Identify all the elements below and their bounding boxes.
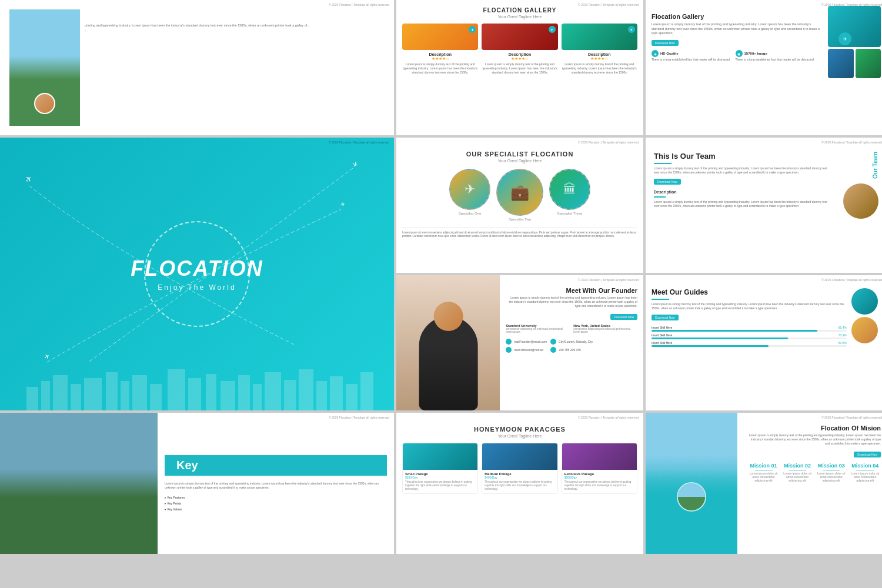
gallery-photo-1 [828,6,881,47]
svg-text:✈: ✈ [43,352,51,361]
contact-location-row: City/Country, Nobody, City [550,339,593,345]
mission-copyright: © 2020 Flocation | Template all rights r… [821,416,882,419]
specialist-1: ✈ Specialist One [449,169,490,221]
contact-right: City/Country, Nobody, City +90 755 209 3… [550,336,593,353]
svg-text:✈: ✈ [351,160,359,170]
slide-key: © 2020 Flocation | Template all rights r… [0,413,394,554]
contact-phone: +90 755 209 345 [559,348,581,352]
team-desc2-section: Description Lorem ipsum is simply dummy … [654,190,831,208]
honeymoon-subtitle: Your Great Tagline Here [402,434,637,438]
skill-1-value: 85.4% [838,326,847,329]
slide-mission: © 2020 Flocation | Template all rights r… [646,413,882,554]
mission-03-num: Mission 03 [816,463,847,469]
mission-02-num: Mission 02 [781,463,813,469]
specialist-circle-2: 💼 [496,169,543,216]
mission-01-line [755,470,773,470]
feature-hd-text: There is a long established fact that re… [652,58,731,62]
guides-desc: Lorem ipsum is simply dummy text of the … [652,302,847,310]
slide-gallery-small: © 2020 Flocation | Template all rights r… [396,0,643,135]
guides-content: Meet Our Guides Lorem ipsum is simply du… [652,288,881,347]
guides-title: Meet Our Guides [652,288,847,296]
slide-this-team: © 2020 Flocation | Template all rights r… [646,138,882,273]
mission-02: Mission 02 Lorem ipsum dolor sit amet co… [781,463,813,482]
contact-web-row: www.flofound@net.set [506,347,547,353]
location-icon [550,339,556,345]
guide-1-portrait [851,288,878,315]
team-right-col: Our Team [831,152,878,219]
main-title: Flocation [131,256,263,281]
gallery-large-btn[interactable]: Download Now [652,40,679,46]
team-desc: Lorem ipsum is simply dummy text of the … [654,166,831,175]
key-copyright: © 2020 Flocation | Template all rights r… [329,416,389,419]
guides-left: Meet Our Guides Lorem ipsum is simply du… [652,288,847,347]
copyright-gallery: © 2020 Flocation | Template all rights r… [578,3,639,6]
team-portrait [843,183,878,219]
skill-2-fill [652,338,788,339]
specialist-3: 🏛 Specialist Three [549,169,590,221]
skill-3-fill [652,345,769,347]
gallery-large-left: Flocation Gallery Lorem ipsum is simply … [652,6,823,129]
svg-rect-18 [316,381,327,410]
specialist-name-3: Specialist Three [549,212,590,215]
svg-text:✈: ✈ [340,201,346,208]
pkg-small-body: Small Pakage $200/Day Throughout our org… [403,470,477,493]
pkg-exclusive-img [562,443,637,470]
mission-info-col: Flocation Of Mision Lorem ipsum is simpl… [742,413,882,554]
contact-location: City/Country, Nobody, City [559,340,593,343]
slide-body-text: printing and typesetting industry. Lorem… [85,24,380,28]
stat-2-text: consectetur adipiscing elit indivisual p… [573,328,637,333]
pkg-medium: Medium Pakage $400/Day Throughout our or… [482,443,557,494]
mission-btn[interactable]: Download Now [854,452,881,457]
svg-rect-7 [132,375,147,410]
mission-01: Mission 01 Lorem ipsum dolor sit amet co… [748,463,780,482]
specialist-circle-1: ✈ [449,169,490,210]
key-box: Key [165,455,387,476]
key-text: Lorem ipsum is simply dummy text of the … [165,482,387,490]
email-icon [506,339,512,345]
founder-btn[interactable]: Download Now [610,314,637,320]
mission-01-num: Mission 01 [748,463,780,469]
founder-title: Meet With Our Founder [506,287,637,294]
svg-rect-1 [41,381,50,410]
key-photo-col [0,413,158,554]
team-btn[interactable]: Download Now [654,179,681,185]
skill-1: Insert Skill Here 85.4% [652,326,847,332]
gallery-title: Flocation Gallery [402,7,637,14]
key-item-2: ▸ Key Points [165,500,387,506]
svg-rect-16 [284,380,296,410]
slide-guides: © 2020 Flocation | Template all rights r… [646,275,882,410]
skill-1-bar [652,330,847,332]
skill-2-bar [652,338,847,339]
mission-04: Mission 04 Lorem ipsum dolor sit amet co… [849,463,881,482]
svg-rect-2 [53,375,68,410]
slide-specialist: © 2020 Flocation | Template all rights r… [396,138,643,273]
mission-columns: Mission 01 Lorem ipsum dolor sit amet co… [748,463,881,482]
phone-icon [550,347,556,353]
founder-contacts: mailFounder@email.com www.flofound@net.s… [506,336,637,353]
svg-rect-11 [206,374,216,410]
gallery-label-2: Description [482,52,557,56]
gallery-items: ✦ Description ★★★★☆ Lorem ipsum is simpl… [402,24,637,75]
web-icon [506,347,512,353]
svg-rect-12 [220,381,235,410]
svg-rect-19 [330,376,343,410]
specialist-title: Our Specialist Flocation [402,151,637,158]
team-text-col: This Is Our Team Lorem ipsum is simply d… [654,152,831,208]
specialist-desc: Lorem ipsum sit amet consectetur adipisc… [402,231,637,239]
pkg-small-text: Throughout our organization we always be… [405,480,475,491]
specialist-footer: Lorem ipsum sit amet consectetur adipisc… [402,227,637,239]
slide-honeymoon: © 2020 Flocation | Template all rights r… [396,413,643,554]
city-silhouette [0,363,394,410]
gallery-item-2: ✦ Description ★★★★☆ Lorem ipsum is simpl… [482,24,557,75]
feature-hd: ◈ HD Quality There is a long established… [652,50,731,62]
slide-top-left: © 2020 Flocation | Template all rights r… [0,0,394,135]
mission-03: Mission 03 Lorem ipsum dolor sit amet co… [816,463,847,482]
mission-02-line [789,470,806,470]
package-cards: Small Pakage $200/Day Throughout our org… [402,443,637,494]
guides-btn[interactable]: Download Now [652,315,679,320]
logo-circle: Flocation Enjoy The World [144,221,250,327]
pkg-exclusive-body: Exclusive Pakage $800/Day Throughout our… [562,470,637,493]
specialist-circles: ✈ Specialist One 💼 Specialist Two 🏛 Spec… [402,169,637,221]
team-header: This Is Our Team Lorem ipsum is simply d… [654,152,878,219]
contact-phone-row: +90 755 209 345 [550,347,593,353]
